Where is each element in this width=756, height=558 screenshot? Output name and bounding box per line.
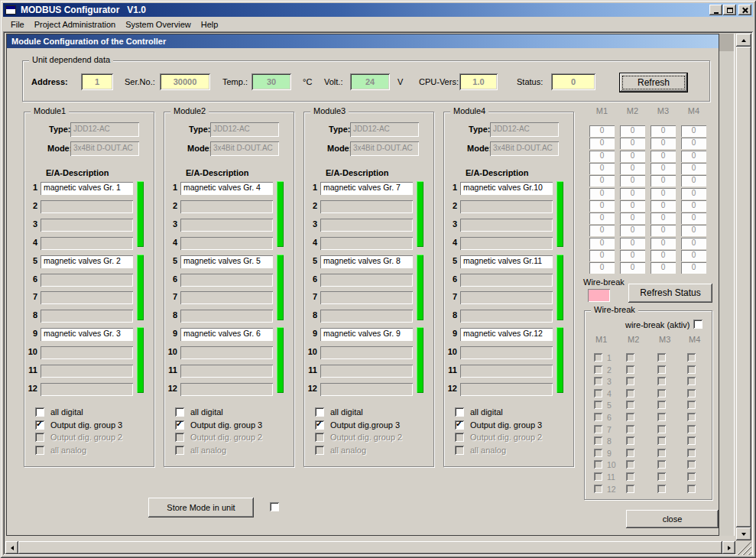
channel-number: 4 [26,238,37,247]
scroll-left-button[interactable] [5,541,18,554]
ea-description-field[interactable]: magnetic valves Gr. 9 [320,328,413,341]
group-status-bar [556,255,563,320]
ea-description-field [320,291,413,304]
module-option-checkbox[interactable] [455,407,464,417]
inner-title-bar[interactable]: Module Configuration of the Controller [7,34,719,48]
up-arrow-icon [741,39,746,42]
address-field: 1 [81,73,113,90]
status-value-cell: 0 [681,138,706,149]
ea-description-field [320,237,413,250]
wirebreak-row-number: 9 [607,449,612,458]
ea-description-field[interactable]: magnetic valves Gr. 6 [180,328,273,341]
wirebreak-checkbox [687,353,696,362]
scroll-up-button[interactable] [736,34,751,47]
module-option-checkbox[interactable] [175,407,184,417]
status-value-cell: 0 [651,175,676,187]
channel-number: 12 [166,384,177,393]
title-bar[interactable]: MODBUS Configurator V1.0 [3,3,753,17]
status-grid-column-header: M3 [651,106,676,115]
ea-description-field[interactable]: magnetic valves Gr. 8 [320,255,413,268]
wirebreak-group-legend: Wire-break [591,305,638,314]
ea-description-field [460,291,553,304]
scroll-right-button[interactable] [722,541,735,554]
ea-description-field [320,383,413,396]
unit-data-legend: Unit dependend data [29,55,113,64]
module-option-checkbox[interactable] [35,420,44,430]
channel-number: 6 [306,274,317,284]
horizontal-scrollbar-thumb[interactable] [18,541,722,554]
wirebreak-checkbox [626,353,634,362]
scroll-down-button[interactable] [736,527,751,540]
ea-description-field[interactable]: magnetic valves Gr. 2 [41,255,133,268]
module-option-row: Output dig. group 2 [175,433,262,442]
vertical-scrollbar-thumb[interactable] [736,47,751,527]
ea-description-field[interactable]: magnetic valves Gr. 1 [41,182,133,195]
group-status-bar [137,327,144,393]
inner-vertical-scrollbar-thumb[interactable] [719,34,734,51]
wirebreak-checkbox [594,425,602,433]
module-option-checkbox[interactable] [315,407,324,417]
status-value-cell: 0 [681,212,706,224]
status-value-cell: 0 [620,188,645,200]
minimize-button[interactable] [709,5,722,15]
ea-description-field[interactable]: magnetic valves Gr.12 [460,328,553,341]
channel-number: 11 [166,365,177,375]
menu-system-overview[interactable]: System Overview [121,18,196,31]
module-option-checkbox[interactable] [35,407,44,417]
status-value-cell: 0 [589,200,615,212]
ea-description-field [460,365,553,378]
inner-vertical-scrollbar[interactable] [719,34,735,536]
status-value-cell: 0 [620,200,645,212]
menu-help[interactable]: Help [196,18,224,31]
address-label: Address: [31,77,68,86]
group-status-bar [277,181,284,247]
module-option-checkbox[interactable] [315,420,324,430]
channel-number: 9 [166,329,177,338]
status-value-cell: 0 [620,151,645,162]
ea-description-field[interactable]: magnetic valves Gr. 7 [320,182,413,195]
wirebreak-checkbox [687,425,696,433]
module-type-field: JDD12-AC [70,122,139,137]
channel-number: 3 [166,219,177,229]
status-value-cell: 0 [651,238,676,249]
module-option-label: all digital [190,407,223,417]
menu-project-administration[interactable]: Project Administration [30,18,121,31]
close-form-button[interactable]: close [626,510,719,528]
ea-description-field[interactable]: magnetic valves Gr. 4 [180,182,273,195]
vertical-scrollbar[interactable] [736,34,751,540]
wirebreak-checkbox [657,413,666,421]
close-icon [742,7,748,13]
wirebreak-checkbox [594,460,602,469]
ea-description-field[interactable]: magnetic valves Gr.10 [460,182,553,195]
maximize-button[interactable] [723,5,736,15]
minimize-icon [714,12,719,14]
channel-number: 10 [446,347,457,356]
refresh-status-button[interactable]: Refresh Status [628,284,712,303]
module-option-label: Output dig. group 3 [190,420,262,430]
ea-description-field [320,219,413,232]
wirebreak-aktiv-checkbox[interactable] [693,320,702,329]
refresh-button[interactable]: Refresh [620,73,687,92]
temp-field: 30 [251,73,291,90]
store-mode-button[interactable]: Store Mode in unit [148,498,254,517]
module-option-row: Output dig. group 3 [35,420,122,430]
horizontal-scrollbar[interactable] [5,541,735,554]
module-option-row: all digital [35,407,83,417]
ea-description-field[interactable]: magnetic valves Gr. 5 [180,255,273,268]
ea-description-field [460,200,553,213]
menu-file[interactable]: File [6,18,30,31]
module-option-checkbox[interactable] [455,420,464,430]
channel-number: 2 [446,201,457,210]
wirebreak-column-header: M3 [659,335,676,344]
wirebreak-row-number: 11 [607,472,615,482]
module-option-checkbox[interactable] [175,420,184,430]
ea-description-field[interactable]: magnetic valves Gr. 3 [41,328,133,341]
wirebreak-checkbox [626,425,634,433]
close-button[interactable] [738,5,751,15]
store-mode-checkbox[interactable] [270,502,279,511]
ea-description-field[interactable]: magnetic valves Gr.11 [460,255,553,268]
status-value-cell: 0 [589,212,615,224]
status-value-cell: 0 [620,163,645,174]
channel-number: 3 [26,219,37,229]
module-option-label: Output dig. group 3 [50,420,122,430]
